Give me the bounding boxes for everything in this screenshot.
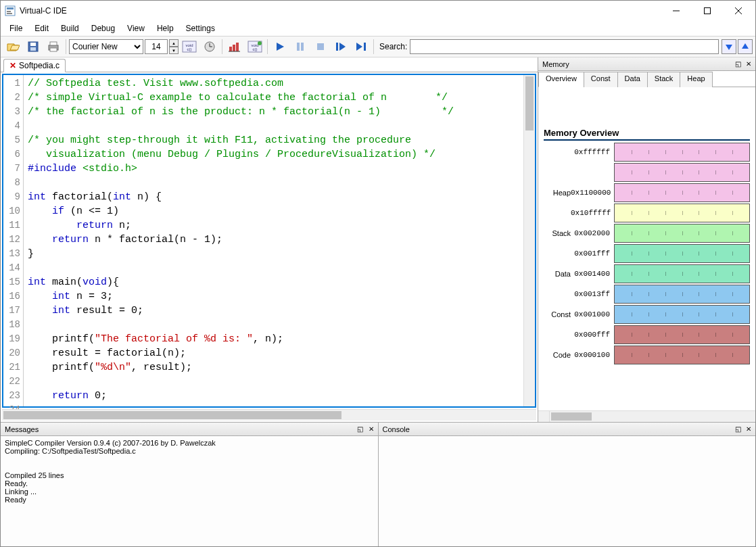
step-into-button[interactable] [352, 38, 371, 55]
memory-row-label: Stack [544, 229, 571, 237]
close-button[interactable] [723, 1, 754, 21]
editor-vscrollbar[interactable] [523, 75, 535, 406]
void-button[interactable]: voidc() [180, 38, 199, 55]
messages-undock-icon[interactable]: ◱ [355, 424, 366, 435]
open-button[interactable] [3, 38, 22, 55]
memtab-data[interactable]: Data [617, 72, 648, 87]
svg-point-27 [258, 41, 262, 45]
memory-row-label: Const [544, 310, 571, 318]
font-select[interactable]: Courier New [69, 39, 143, 54]
memory-overview: Memory Overview 0xffffffHeap0x11000000x1… [538, 87, 755, 410]
memtab-const[interactable]: Const [584, 72, 618, 87]
memory-row-addr: 0x001400 [571, 270, 613, 278]
console-close-icon[interactable]: ✕ [743, 424, 754, 435]
undock-icon[interactable]: ◱ [732, 59, 743, 70]
code-editor[interactable]: 123456789101112131415161718192021222324 … [2, 74, 536, 408]
memory-pane-header: Memory ◱ ✕ [538, 57, 755, 71]
console-undock-icon[interactable]: ◱ [732, 424, 743, 435]
messages-body: SimpleC Compiler Version 0.9.4 (c) 2007-… [1, 436, 378, 546]
memory-row-block [614, 183, 750, 202]
stop-button[interactable] [311, 38, 330, 55]
code-area[interactable]: // Softpedia test. Visit www.softpedia.c… [24, 75, 523, 406]
memtab-heap[interactable]: Heap [680, 72, 712, 87]
svg-rect-30 [301, 43, 304, 51]
svg-rect-2 [7, 11, 11, 12]
memtab-stack[interactable]: Stack [647, 72, 681, 87]
close-pane-icon[interactable]: ✕ [743, 59, 754, 70]
memory-overview-title: Memory Overview [544, 128, 750, 141]
svg-rect-3 [7, 13, 12, 14]
run-button[interactable] [270, 38, 289, 55]
memory-hscrollbar[interactable] [538, 410, 755, 422]
file-tab-label: Softpedia.c [19, 61, 60, 70]
minimize-button[interactable] [661, 1, 692, 21]
svg-text:c(): c() [253, 47, 258, 51]
search-label: Search: [379, 42, 407, 51]
messages-close-icon[interactable]: ✕ [366, 424, 377, 435]
memory-row-addr: 0x002000 [571, 229, 613, 237]
memory-row-block [614, 224, 750, 243]
svg-rect-20 [229, 47, 232, 51]
title-bar: Virtual-C IDE [1, 1, 755, 21]
memory-row-label: Code [544, 351, 571, 359]
build-button[interactable] [225, 38, 244, 55]
step-over-button[interactable] [331, 38, 350, 55]
font-size-spinner[interactable]: ▲▼ [169, 39, 179, 54]
memory-row-addr: 0x000fff [571, 331, 613, 339]
maximize-button[interactable] [692, 1, 723, 21]
memory-row-addr: 0x10fffff [571, 209, 613, 217]
memory-row-addr: 0x001000 [571, 310, 613, 318]
console-body[interactable] [379, 436, 756, 546]
svg-marker-37 [742, 43, 749, 49]
memory-row: 0xffffff [544, 142, 750, 162]
save-button[interactable] [24, 38, 43, 55]
search-next-button[interactable] [722, 39, 736, 54]
search-prev-button[interactable] [738, 39, 753, 54]
svg-rect-32 [336, 43, 338, 51]
svg-text:c(): c() [187, 47, 192, 51]
clock-button[interactable] [200, 38, 219, 55]
svg-rect-35 [364, 43, 366, 51]
memtab-overview[interactable]: Overview [538, 72, 584, 87]
memory-row-addr: 0x000100 [571, 351, 613, 359]
menu-settings[interactable]: Settings [180, 22, 221, 34]
pause-button[interactable] [291, 38, 310, 55]
messages-title: Messages [5, 425, 39, 433]
svg-marker-28 [277, 43, 284, 51]
menu-file[interactable]: File [3, 22, 28, 34]
memory-row: Heap0x1100000 [544, 183, 750, 203]
svg-rect-1 [7, 7, 14, 9]
search-input[interactable] [410, 39, 719, 54]
editor-hscrollbar[interactable] [2, 409, 536, 421]
messages-header: Messages ◱ ✕ [1, 423, 378, 436]
file-tab[interactable]: ✕ Softpedia.c [3, 59, 66, 72]
menu-view[interactable]: View [121, 22, 151, 34]
memory-row: 0x10fffff [544, 203, 750, 223]
print-button[interactable] [44, 38, 63, 55]
svg-rect-9 [30, 43, 36, 46]
file-tab-strip: ✕ Softpedia.c [1, 57, 538, 72]
menu-bar: File Edit Build Debug View Help Settings [1, 21, 755, 36]
memory-row-block [614, 264, 750, 283]
memory-row-block [614, 143, 750, 162]
memory-row: Code0x000100 [544, 345, 750, 365]
void2-button[interactable]: voidc() [245, 38, 264, 55]
memory-row-block [614, 305, 750, 324]
memory-row-label: Heap [544, 189, 571, 197]
window-title: Virtual-C IDE [20, 6, 661, 16]
menu-edit[interactable]: Edit [28, 22, 55, 34]
svg-marker-33 [339, 43, 346, 51]
memory-row: Stack0x002000 [544, 223, 750, 243]
svg-rect-29 [297, 43, 300, 51]
memory-row-block [614, 325, 750, 344]
menu-build[interactable]: Build [55, 22, 85, 34]
memory-row [544, 162, 750, 183]
close-tab-icon[interactable]: ✕ [9, 61, 16, 70]
menu-help[interactable]: Help [151, 22, 180, 34]
menu-debug[interactable]: Debug [85, 22, 121, 34]
svg-rect-12 [50, 42, 57, 45]
svg-marker-36 [726, 45, 732, 50]
toolbar: Courier New ▲▼ voidc() voidc() Search: [1, 36, 755, 57]
memory-row-block [614, 346, 750, 364]
font-size-input[interactable] [145, 39, 168, 54]
